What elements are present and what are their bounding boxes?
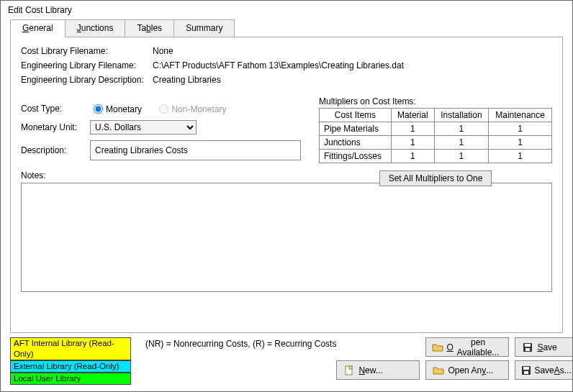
table-row: Junctions 1 1 1	[320, 136, 552, 150]
table-row: Fittings/Losses 1 1 1	[320, 150, 552, 163]
legend-local-user: Local User Library	[10, 373, 131, 385]
mult-item: Fittings/Losses	[320, 150, 392, 163]
svg-rect-3	[525, 344, 531, 347]
description-input[interactable]	[90, 140, 301, 160]
mult-val[interactable]: 1	[489, 136, 552, 150]
mult-val[interactable]: 1	[391, 122, 434, 136]
svg-rect-6	[523, 367, 529, 370]
mult-val[interactable]: 1	[434, 122, 489, 136]
mult-item: Junctions	[320, 136, 392, 150]
engineering-library-filename-label: Engineering Library Filename:	[21, 60, 153, 70]
mult-val[interactable]: 1	[434, 150, 489, 163]
cost-library-filename-value: None	[153, 46, 173, 56]
table-row: Pipe Materials 1 1 1	[320, 122, 552, 136]
engineering-library-description-value: Creating Libraries	[153, 75, 221, 85]
mult-header-installation: Installation	[434, 109, 489, 122]
save-button[interactable]: Save	[515, 337, 573, 357]
legend-external: External Library (Read-Only)	[10, 360, 131, 373]
set-all-multipliers-button[interactable]: Set All Multipliers to One	[379, 170, 492, 186]
tab-strip: General Junctions Tables Summary	[10, 19, 563, 37]
monetary-unit-select[interactable]: U.S. Dollars	[90, 120, 197, 135]
svg-rect-1	[349, 366, 352, 369]
mult-header-maintenance: Maintenance	[489, 109, 552, 122]
tab-tables[interactable]: Tables	[125, 19, 174, 37]
new-button[interactable]: New...	[336, 360, 420, 380]
cost-type-label: Cost Type:	[21, 104, 90, 114]
folder-open-icon	[432, 342, 443, 353]
mult-val[interactable]: 1	[391, 136, 434, 150]
mult-val[interactable]: 1	[489, 122, 552, 136]
cost-type-monetary-radio[interactable]: Monetary	[90, 104, 142, 114]
mult-val[interactable]: 1	[489, 150, 552, 163]
monetary-unit-label: Monetary Unit:	[21, 122, 90, 132]
save-icon	[521, 365, 531, 375]
legend-aft-internal: AFT Internal Library (Read-Only)	[10, 337, 131, 360]
tab-summary[interactable]: Summary	[173, 19, 235, 37]
notes-textarea[interactable]	[21, 183, 552, 292]
engineering-library-description-label: Engineering Library Description:	[21, 75, 153, 85]
mult-header-material: Material	[391, 109, 434, 122]
multipliers-table: Cost Items Material Installation Mainten…	[319, 108, 552, 163]
svg-rect-7	[524, 371, 528, 374]
tab-general[interactable]: General	[10, 19, 66, 37]
tab-body-general: Cost Library Filename: None Engineering …	[10, 37, 563, 333]
mult-item: Pipe Materials	[320, 122, 392, 136]
folder-open-icon	[432, 365, 445, 376]
mult-val[interactable]: 1	[434, 136, 489, 150]
save-as-button[interactable]: Save As...	[515, 360, 573, 380]
document-new-icon	[343, 365, 356, 376]
svg-rect-4	[525, 348, 530, 351]
save-icon	[521, 342, 534, 352]
open-available-button[interactable]: Open Available...	[425, 337, 509, 357]
legend: AFT Internal Library (Read-Only) Externa…	[10, 337, 131, 385]
multipliers-title: Multipliers on Cost Items:	[319, 96, 552, 106]
mult-val[interactable]: 1	[391, 150, 434, 163]
description-label: Description:	[21, 145, 90, 155]
open-any-button[interactable]: Open Any...	[425, 360, 509, 380]
cost-library-filename-label: Cost Library Filename:	[21, 46, 153, 56]
cost-note: (NR) = Nonrecurring Costs, (R) = Recurri…	[145, 339, 336, 349]
window-title: Edit Cost Library	[1, 1, 572, 19]
tab-junctions[interactable]: Junctions	[65, 19, 126, 37]
engineering-library-filename-value: C:\AFT Products\AFT Fathom 13\Examples\C…	[153, 60, 404, 70]
cost-type-nonmonetary-radio: Non-Monetary	[155, 104, 226, 114]
mult-header-item: Cost Items	[320, 109, 392, 122]
